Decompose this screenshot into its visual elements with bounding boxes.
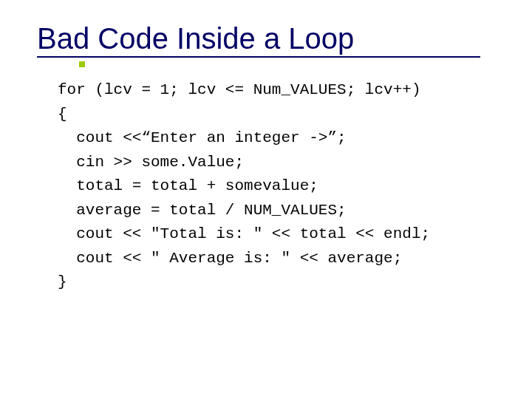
title-underline [37,56,480,58]
slide: Bad Code Inside a Loop for (lcv = 1; lcv… [0,0,532,399]
code-line: cout <<“Enter an integer ->”; [58,129,347,146]
code-block: for (lcv = 1; lcv <= Num_VALUES; lcv++) … [58,78,502,295]
code-line: for (lcv = 1; lcv <= Num_VALUES; lcv++) [58,81,420,98]
code-line: cout << "Total is: " << total << endl; [58,225,430,242]
title-block: Bad Code Inside a Loop [37,22,502,58]
code-line: total = total + somevalue; [58,177,318,194]
accent-square-icon [79,61,85,67]
code-line: } [58,273,67,290]
code-line: average = total / NUM_VALUES; [58,202,347,219]
code-line: cout << " Average is: " << average; [58,250,402,267]
code-line: { [58,106,67,123]
code-line: cin >> some.Value; [58,154,244,171]
slide-title: Bad Code Inside a Loop [37,22,502,55]
